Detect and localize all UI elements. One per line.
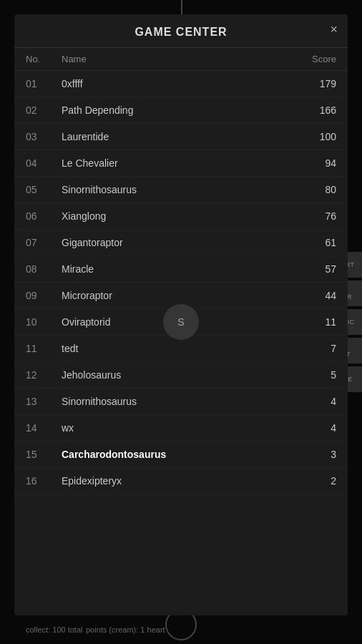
cell-row-name: Epidexipteryx	[62, 475, 293, 487]
cell-row-no: 01	[26, 78, 62, 89]
header-score: Score	[293, 54, 336, 64]
header-name: Name	[62, 54, 293, 64]
cell-row-name: Path Depending	[62, 104, 293, 116]
table-row: 03Laurentide100	[14, 124, 348, 150]
cell-row-score: 3	[293, 449, 336, 460]
cell-row-name: Microraptor	[62, 290, 293, 301]
cell-row-no: 13	[26, 396, 62, 407]
table-header: No. Name Score	[14, 48, 348, 71]
modal-header: GAME CENTER ×	[14, 14, 348, 48]
table-row: 05Sinornithosaurus80	[14, 177, 348, 203]
cell-row-score: 179	[293, 78, 336, 89]
table-row: 02Path Depending166	[14, 97, 348, 124]
table-row: 16Epidexipteryx2	[14, 468, 348, 494]
table-row: 15Carcharodontosaurus3	[14, 441, 348, 468]
table-row: 13Sinornithosaurus4	[14, 389, 348, 415]
cell-row-score: 94	[293, 157, 336, 169]
table-row: 07Gigantoraptor61	[14, 230, 348, 256]
cell-row-score: 11	[293, 316, 336, 328]
bottom-bar: collect: 100 total points (cream): 1 hea…	[14, 615, 362, 644]
cell-row-name: Sinornithosaurus	[62, 184, 293, 195]
cell-row-no: 08	[26, 263, 62, 275]
cell-row-score: 57	[293, 263, 336, 275]
cell-row-name: wx	[62, 422, 293, 434]
cell-row-name: Laurentide	[62, 131, 293, 142]
cell-row-score: 4	[293, 422, 336, 434]
cell-row-score: 61	[293, 237, 336, 248]
cell-row-no: 07	[26, 237, 62, 248]
table-row: 12Jeholosaurus5	[14, 362, 348, 389]
modal-title: GAME CENTER	[134, 26, 227, 38]
cell-row-name: Gigantoraptor	[62, 237, 293, 248]
cell-row-name: tedt	[62, 343, 293, 354]
cell-row-no: 10	[26, 316, 62, 328]
cell-row-no: 15	[26, 449, 62, 460]
cell-row-score: 4	[293, 396, 336, 407]
table-row: 06Xianglong76	[14, 203, 348, 230]
cell-row-no: 14	[26, 422, 62, 434]
cell-row-name: Sinornithosaurus	[62, 396, 293, 407]
leaderboard-table: 010xffff17902Path Depending16603Laurenti…	[14, 71, 348, 615]
cell-row-name: Miracle	[62, 263, 293, 275]
cell-row-no: 11	[26, 343, 62, 354]
bottom-text-collect: collect: 100 total	[26, 625, 83, 634]
cell-row-no: 04	[26, 157, 62, 169]
cell-row-name: Xianglong	[62, 210, 293, 222]
header-no: No.	[26, 54, 62, 64]
bottom-text-points: points (cream): 1 heart	[86, 625, 165, 634]
table-row: 04Le Chevalier94	[14, 150, 348, 177]
cell-row-no: 16	[26, 475, 62, 487]
table-row: 14wx4	[14, 415, 348, 441]
circle-center-button[interactable]: S	[163, 304, 199, 340]
cell-row-name: Jeholosaurus	[62, 369, 293, 381]
cell-row-no: 09	[26, 290, 62, 301]
cell-row-score: 100	[293, 131, 336, 142]
cell-row-no: 05	[26, 184, 62, 195]
cell-row-score: 44	[293, 290, 336, 301]
cell-row-score: 76	[293, 210, 336, 222]
cell-row-score: 5	[293, 369, 336, 381]
cell-row-score: 7	[293, 343, 336, 354]
cell-row-no: 12	[26, 369, 62, 381]
cell-row-no: 06	[26, 210, 62, 222]
top-line	[181, 0, 182, 14]
cell-row-name: Le Chevalier	[62, 157, 293, 169]
cell-row-no: 02	[26, 104, 62, 116]
close-button[interactable]: ×	[330, 23, 338, 36]
cell-row-score: 2	[293, 475, 336, 487]
cell-row-name: Carcharodontosaurus	[62, 449, 293, 460]
cell-row-name: 0xffff	[62, 78, 293, 89]
table-row: 010xffff179	[14, 71, 348, 97]
cell-row-score: 80	[293, 184, 336, 195]
cell-row-no: 03	[26, 131, 62, 142]
cell-row-score: 166	[293, 104, 336, 116]
table-row: 08Miracle57	[14, 256, 348, 283]
